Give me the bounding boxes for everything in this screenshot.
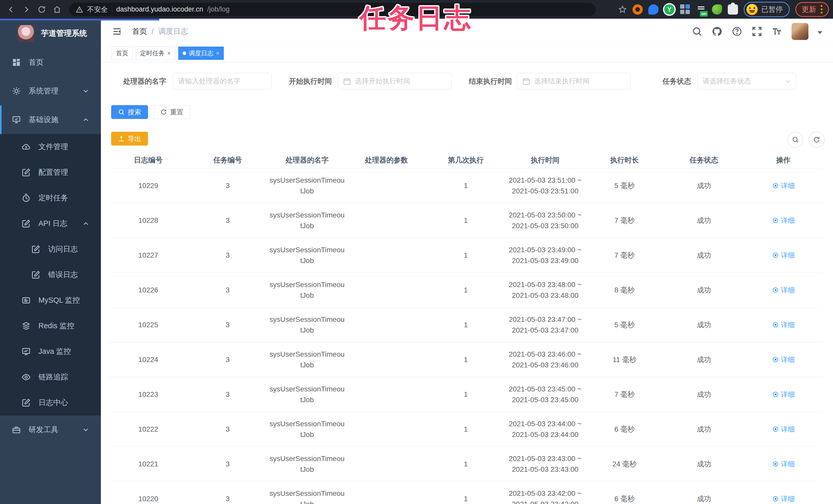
search-button[interactable]: 搜索 <box>111 105 148 119</box>
extension-green-leaf-icon[interactable] <box>712 4 722 15</box>
sidebar-item-error-log[interactable]: 错误日志 <box>0 262 101 287</box>
editdoc-icon <box>31 245 41 254</box>
avatar-caret-down-icon[interactable] <box>818 31 822 34</box>
sidebar-item-mysql[interactable]: MySQL 监控 <box>0 287 101 313</box>
extension-orange-icon[interactable] <box>633 4 643 15</box>
extensions-puzzle-icon[interactable] <box>728 4 738 15</box>
sidebar-item-home[interactable]: 首页 <box>0 48 101 77</box>
table-row: 102203sysUserSessionTimeoutJob12021-05-0… <box>109 481 823 504</box>
help-question-icon[interactable] <box>732 26 742 37</box>
cell-handler-name: sysUserSessionTimeoutJob <box>267 245 347 266</box>
browser-reload-icon[interactable] <box>35 3 49 16</box>
detail-link[interactable]: 详细 <box>772 459 795 470</box>
github-icon[interactable] <box>712 26 722 37</box>
tab-close-icon[interactable]: × <box>216 50 219 56</box>
breadcrumb-home[interactable]: 首页 <box>132 26 147 36</box>
detail-link[interactable]: 详细 <box>772 285 795 296</box>
sidebar-logo-row[interactable]: 芋道管理系统 <box>0 19 101 48</box>
search-button-label: 搜索 <box>128 108 141 117</box>
sidebar-item-job[interactable]: 定时任务 <box>0 185 101 211</box>
fullscreen-icon[interactable] <box>752 26 762 37</box>
sidebar-item-config[interactable]: 配置管理 <box>0 160 101 185</box>
table-toolbar: 导出 <box>101 132 833 147</box>
cell-execute-time: 2021-05-03 23:42:00 ~2021-05-03 23:42:00 <box>505 488 585 504</box>
sidebar-item-system[interactable]: 系统管理 <box>0 77 101 105</box>
sidebar-item-redis[interactable]: Redis 监控 <box>0 313 101 339</box>
browser-forward-icon[interactable] <box>20 3 33 16</box>
profile-paused-badge[interactable]: 已暂停 <box>744 2 790 17</box>
browser-home-icon[interactable] <box>50 3 64 16</box>
search-icon[interactable] <box>692 26 703 37</box>
cell-duration: 5 毫秒 <box>585 320 664 330</box>
refresh-table-button[interactable] <box>809 132 825 148</box>
cell-log-id: 10220 <box>109 494 188 504</box>
chrome-update-button[interactable]: 更新 <box>795 2 829 17</box>
cell-execute-time: 2021-05-03 23:47:00 ~2021-05-03 23:47:00 <box>505 314 585 336</box>
sidebar-item-api-log[interactable]: API 日志 <box>0 211 101 236</box>
sidebar-item-file[interactable]: 文件管理 <box>0 134 101 160</box>
cell-actions: 详细 <box>744 424 823 435</box>
detail-link[interactable]: 详细 <box>772 320 795 330</box>
cell-handler-name: sysUserSessionTimeoutJob <box>267 453 347 475</box>
handler-name-input[interactable] <box>173 73 272 89</box>
sidebar-item-java[interactable]: Java 监控 <box>0 339 101 364</box>
cell-status: 成功 <box>664 285 744 296</box>
detail-link[interactable]: 详细 <box>772 354 795 365</box>
browser-menu-kebab-icon[interactable] <box>821 5 823 14</box>
cell-status: 成功 <box>664 389 744 400</box>
reset-button[interactable]: 重置 <box>153 105 190 119</box>
toggle-search-button[interactable] <box>787 132 803 148</box>
cell-log-id: 10224 <box>109 354 188 365</box>
sidebar-item-infra[interactable]: 基础设施 <box>0 105 101 134</box>
tab-调度日志[interactable]: 调度日志× <box>178 47 224 60</box>
eye-icon <box>22 373 31 382</box>
sidebar-item-trace[interactable]: 链路追踪 <box>0 364 101 390</box>
editdoc-icon <box>22 219 31 228</box>
tab-定时任务[interactable]: 定时任务× <box>136 47 175 60</box>
timer-icon <box>22 194 31 203</box>
detail-link[interactable]: 详细 <box>772 424 795 435</box>
cell-execute-index: 1 <box>426 494 505 504</box>
tab-close-icon[interactable]: × <box>167 50 171 56</box>
sidebar-item-label: MySQL 监控 <box>39 295 80 305</box>
bookmark-star-icon[interactable] <box>618 5 627 14</box>
end-time-input[interactable] <box>517 73 631 89</box>
sidebar-item-access-log[interactable]: 访问日志 <box>0 236 101 262</box>
cell-handler-name: sysUserSessionTimeoutJob <box>267 349 347 371</box>
address-bar[interactable]: 不安全 dashboard.yudao.iocoder.cn /job/log <box>69 3 596 16</box>
sidebar-menu: 首页系统管理基础设施文件管理配置管理定时任务API 日志访问日志错误日志MySQ… <box>0 48 101 444</box>
start-time-input[interactable] <box>338 73 451 89</box>
detail-link[interactable]: 详细 <box>772 215 795 226</box>
chevron-up-icon <box>82 116 90 124</box>
sidebar-item-label: Java 监控 <box>39 346 71 357</box>
cell-duration: 8 毫秒 <box>585 285 664 296</box>
filter-actions: 搜索 重置 <box>101 105 833 120</box>
detail-link[interactable]: 详细 <box>772 494 795 504</box>
extension-blue-drop-icon[interactable] <box>648 4 659 15</box>
job-status-input[interactable] <box>697 73 796 89</box>
table-row: 102273sysUserSessionTimeoutJob12021-05-0… <box>109 238 823 273</box>
extension-green-y-icon[interactable]: Y <box>664 4 674 15</box>
sidebar-item-devtools[interactable]: 研发工具 <box>0 415 101 444</box>
cell-handler-name: sysUserSessionTimeoutJob <box>267 210 347 231</box>
user-avatar[interactable] <box>791 23 808 40</box>
filter-form: 处理器的名字 开始执行时间 结束执行时间 任务状态 <box>101 73 833 90</box>
detail-link[interactable]: 详细 <box>772 389 795 400</box>
app-root: 芋道管理系统 首页系统管理基础设施文件管理配置管理定时任务API 日志访问日志错… <box>0 19 833 504</box>
security-label[interactable]: 不安全 <box>87 5 108 14</box>
sidebar-toggle-hamburger-icon[interactable] <box>112 26 122 37</box>
table-row: 102253sysUserSessionTimeoutJob12021-05-0… <box>109 307 823 342</box>
cell-status: 成功 <box>664 354 744 365</box>
detail-link[interactable]: 详细 <box>772 250 795 261</box>
export-button[interactable]: 导出 <box>111 132 148 146</box>
font-size-icon[interactable] <box>771 26 782 37</box>
job-log-table: 日志编号任务编号处理器的名字处理器的参数第几次执行执行时间执行时长任务状态操作 … <box>109 152 823 504</box>
sidebar-item-log-center[interactable]: 日志中心 <box>0 390 101 415</box>
browser-back-icon[interactable] <box>4 3 18 16</box>
detail-link[interactable]: 详细 <box>772 180 795 191</box>
extension-grid-icon[interactable] <box>680 4 690 15</box>
sidebar-item-label: 配置管理 <box>39 167 68 178</box>
cell-execute-index: 1 <box>426 250 505 261</box>
extension-on-badge-icon[interactable]: on <box>696 4 706 15</box>
tab-首页[interactable]: 首页 <box>112 47 133 60</box>
